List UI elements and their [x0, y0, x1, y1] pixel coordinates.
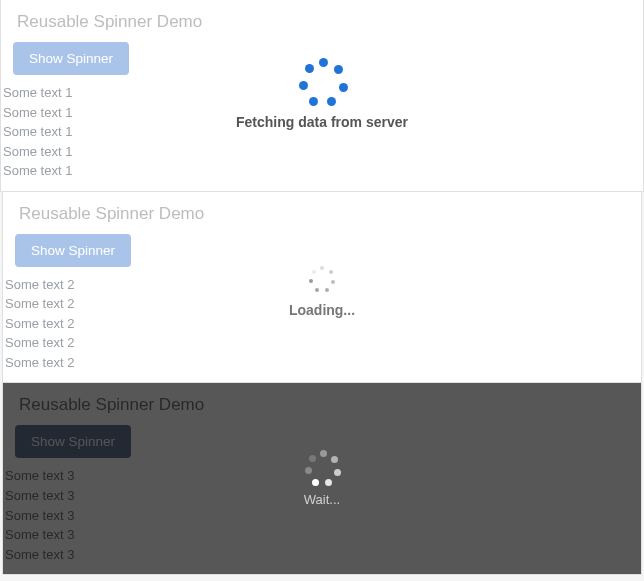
spinner-message: Loading...	[289, 302, 355, 318]
spinner-icon	[299, 58, 345, 104]
spinner-message: Fetching data from server	[236, 114, 408, 130]
spinner-icon	[305, 450, 339, 484]
spinner-icon	[309, 266, 335, 292]
spinner-overlay-light: Fetching data from server	[1, 0, 643, 191]
spinner-demo-panel-3: Reusable Spinner Demo Show Spinner Some …	[2, 383, 642, 575]
spinner-demo-panel-1: Reusable Spinner Demo Show Spinner Some …	[0, 0, 644, 192]
spinner-message: Wait...	[304, 492, 340, 507]
spinner-overlay-light: Loading...	[3, 192, 641, 383]
spinner-overlay-dark: Wait...	[3, 383, 641, 574]
spinner-demo-panel-2: Reusable Spinner Demo Show Spinner Some …	[2, 192, 642, 384]
